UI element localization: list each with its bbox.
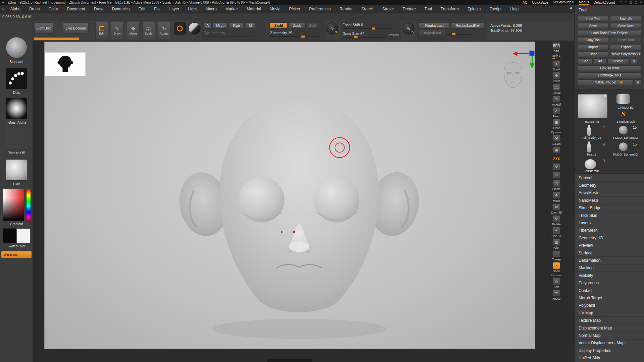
tool-section-row[interactable]: Slime Bridge [575, 204, 644, 212]
move-button[interactable]: ✥ Move [127, 22, 140, 39]
tool-section-row[interactable]: NanoMesh [575, 197, 644, 204]
zadd-button[interactable]: Zadd [270, 22, 287, 28]
live-boolean-button[interactable]: Live Boolean [63, 22, 89, 34]
clone-button[interactable]: Clone [577, 51, 609, 57]
texture-thumbnail[interactable] [6, 128, 27, 149]
save-next-button[interactable]: Save Next [610, 23, 642, 29]
slider-handle[interactable] [452, 33, 455, 35]
zsub-button[interactable]: Zsub [289, 22, 306, 28]
export-button[interactable]: Export [610, 44, 642, 50]
tool-section-row[interactable]: Geometry [575, 182, 644, 189]
menu-item[interactable]: Movie [270, 7, 285, 11]
spin-ccw-icon[interactable]: ↺ [552, 163, 560, 171]
xyz-button[interactable]: XYZ [552, 155, 560, 162]
selected-tool-thumbnail[interactable] [578, 94, 607, 118]
see-through-slider[interactable]: See-through 0 [553, 0, 574, 4]
horizontal-scrollbar[interactable] [267, 359, 312, 362]
color-picker[interactable] [3, 189, 31, 221]
menu-item[interactable]: Edit [139, 7, 150, 11]
zoom-button[interactable]: ⊕ Zoom [552, 72, 560, 83]
secondary-color-swatch[interactable] [17, 228, 30, 243]
scale-button[interactable]: ◱ Scale [142, 22, 155, 39]
a-button[interactable]: A [204, 22, 212, 28]
menu-item[interactable]: File [154, 7, 165, 11]
saturation-value-box[interactable] [3, 189, 24, 221]
menu-item[interactable]: Alpha [10, 7, 25, 11]
tool-section-row[interactable]: Morph Target [575, 294, 644, 302]
menu-item[interactable]: Brush [29, 7, 44, 11]
zoom3d-button[interactable]: ⊕ Zoom3D [551, 203, 562, 214]
solo-button[interactable]: ◎ Solo [552, 278, 560, 289]
fullbody-thumbnail[interactable] [587, 127, 591, 136]
stroke-curve-button[interactable]: ∿ S [326, 22, 338, 35]
polyf-button[interactable]: ▦ PolyF [552, 239, 560, 249]
dynamic-brush-button[interactable]: ∿ D [402, 22, 415, 35]
torso-thumbnail[interactable] [587, 144, 591, 153]
menu-item[interactable]: Picker [289, 7, 305, 11]
lsym-button[interactable]: ⋈ L.Sym [552, 135, 560, 145]
menu-item[interactable]: Draw [94, 7, 108, 11]
tool-section-row[interactable]: UV Map [575, 309, 644, 317]
edit-button[interactable]: Edit [95, 22, 108, 39]
noise-tip-thumbnail[interactable] [585, 159, 596, 169]
scroll-button[interactable]: ✛ Scroll [552, 60, 560, 71]
menu-item[interactable]: Dynamics [112, 7, 134, 11]
focal-shift-slider[interactable]: Focal Shift 0 [342, 22, 393, 29]
document-viewport[interactable] [44, 42, 535, 349]
tool-section-row[interactable]: Texture Map [575, 317, 644, 324]
tool-section-row[interactable]: Polygroups [575, 279, 644, 287]
menu-item[interactable]: Zscript [489, 7, 506, 11]
hue-bar[interactable] [26, 189, 31, 221]
dynamic-label[interactable]: Dynamic [551, 131, 561, 134]
lightbox-indicator-bar[interactable] [34, 38, 79, 40]
transp-button[interactable]: ◌ Transp [552, 250, 561, 261]
tool-section-row[interactable]: FiberMesh [575, 227, 644, 234]
save-button[interactable]: Save [577, 23, 609, 29]
tool-section-row[interactable]: Masking [575, 264, 644, 272]
menu-item[interactable]: Render [339, 7, 357, 11]
draw-button[interactable]: ✎ Draw [111, 22, 123, 39]
menu-item[interactable]: Preferences [309, 7, 335, 11]
load-tool-button[interactable]: Load Tool [577, 16, 609, 22]
tool-section-row[interactable]: Subtool [575, 174, 644, 182]
actual-button[interactable]: 1:1 Actual [552, 84, 560, 95]
tool-section-row[interactable]: ArrayMesh [575, 189, 644, 197]
sphere3d-thumbnail[interactable] [619, 142, 628, 151]
slider-handle[interactable] [354, 36, 358, 38]
goz-visible-button[interactable]: Visible [607, 58, 629, 64]
menu-item[interactable]: Zplugin [468, 7, 485, 11]
adjust-last-button[interactable]: AdjustLast [419, 30, 446, 36]
line-fill-button[interactable]: ≡ Line Fill [551, 227, 561, 238]
replay-mini-slider[interactable] [447, 31, 471, 35]
stroke-preview[interactable] [174, 22, 186, 35]
menu-item[interactable]: Macro [206, 7, 221, 11]
menu-item[interactable]: Light [188, 7, 201, 11]
copy-tool-button[interactable]: Copy Tool [577, 37, 609, 43]
tool-section-row[interactable]: Deformation [575, 257, 644, 264]
replay-last-button[interactable]: ReplayLast [419, 22, 450, 28]
move-button[interactable]: ✥ Move [552, 192, 560, 202]
rotate-button[interactable]: ↻ Rotate [158, 22, 170, 39]
rotate-button[interactable]: ↻ Rotate [552, 215, 560, 226]
slider-handle[interactable] [372, 27, 375, 29]
dynamic-label[interactable]: Dynamic [388, 33, 399, 36]
ghost-button[interactable]: ◔ Ghost [552, 262, 560, 273]
goz-button[interactable]: GoZ [577, 58, 593, 64]
brush-thumbnail[interactable] [6, 37, 27, 58]
replay-last-rel-button[interactable]: ReplayLastRel [451, 22, 484, 28]
lightbox-tools-button[interactable]: Lightbox▶Tools [577, 72, 642, 78]
tool-section-row[interactable]: Displacement Map [575, 324, 644, 332]
tool-section-row[interactable]: Visibility [575, 272, 644, 279]
alpha-thumbnail[interactable] [6, 98, 27, 119]
titlebar-icon[interactable]: ◠ [625, 1, 627, 4]
quicksave-button[interactable]: QuickSave [532, 1, 548, 4]
persp-button[interactable]: ∠ Persp [552, 107, 560, 118]
slider-handle[interactable] [620, 81, 623, 83]
alpha-preview[interactable] [189, 22, 201, 35]
menu-item[interactable]: Marker [225, 7, 242, 11]
bpr-button[interactable]: BPR BPR [552, 42, 560, 53]
spix-slider[interactable]: SPix 3 [552, 54, 561, 59]
spin-cw-icon[interactable]: ↻ [552, 172, 560, 179]
tool-section-row[interactable]: Surface [575, 249, 644, 257]
tray-toggle-icon[interactable]: ◀ [569, 6, 572, 10]
